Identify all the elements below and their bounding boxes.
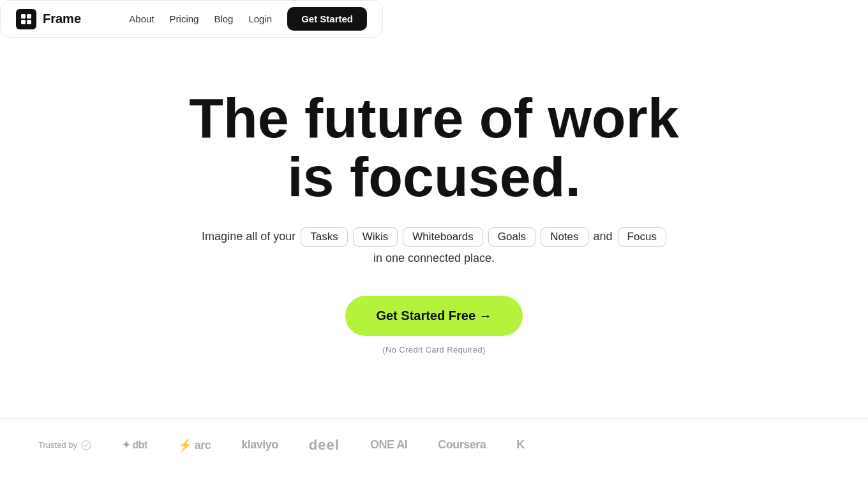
- cta-note: (No Credit Card Required): [382, 345, 485, 355]
- hero-line1: The future of work: [189, 86, 679, 149]
- pill-whiteboards: Whiteboards: [403, 227, 483, 247]
- trusted-logos: ✦ dbt ⚡ arc klaviyo deel ONE AI Coursera…: [122, 437, 525, 454]
- hero-line2: is focused.: [287, 145, 581, 208]
- pill-focus: Focus: [618, 227, 666, 247]
- pill-tasks: Tasks: [301, 227, 347, 247]
- svg-rect-3: [27, 20, 31, 24]
- trusted-icon: [81, 440, 91, 450]
- nav-link-login[interactable]: Login: [248, 13, 272, 24]
- get-started-free-button[interactable]: Get Started Free →: [345, 296, 522, 336]
- hero-section: The future of work is focused. Imagine a…: [0, 38, 868, 418]
- nav-links: About Pricing Blog Login Get Started: [129, 7, 367, 31]
- trusted-section: Trusted by ✦ dbt ⚡ arc klaviyo deel ONE …: [0, 418, 868, 471]
- logo-icon: [16, 9, 36, 29]
- brand-arc: ⚡ arc: [178, 438, 211, 452]
- get-started-nav-button[interactable]: Get Started: [287, 7, 367, 31]
- hero-heading: The future of work is focused.: [189, 89, 679, 207]
- brand-coursera: Coursera: [438, 438, 486, 452]
- subtext-and: and: [594, 230, 613, 243]
- nav-link-blog[interactable]: Blog: [214, 13, 233, 24]
- nav-link-about[interactable]: About: [129, 13, 154, 24]
- navbar: Frame About Pricing Blog Login Get Start…: [0, 0, 868, 38]
- subtext-prefix: Imagine all of your: [202, 230, 296, 243]
- brand-deel: deel: [309, 437, 340, 454]
- hero-subtext: Imagine all of your Tasks Wikis Whiteboa…: [191, 227, 677, 265]
- logo[interactable]: Frame: [16, 9, 81, 29]
- svg-rect-2: [21, 20, 26, 24]
- trusted-label: Trusted by: [38, 440, 91, 450]
- svg-rect-1: [27, 14, 31, 19]
- nav-link-pricing[interactable]: Pricing: [170, 13, 199, 24]
- cta-section: Get Started Free → (No Credit Card Requi…: [345, 296, 522, 355]
- pill-goals: Goals: [488, 227, 535, 247]
- trusted-label-text: Trusted by: [38, 440, 77, 450]
- pill-wikis: Wikis: [353, 227, 398, 247]
- brand-dbt: ✦ dbt: [122, 439, 147, 451]
- logo-text: Frame: [43, 11, 81, 26]
- pill-notes: Notes: [541, 227, 588, 247]
- brand-klaviyo: klaviyo: [241, 438, 278, 452]
- svg-rect-0: [21, 14, 26, 19]
- subtext-suffix: in one connected place.: [373, 252, 495, 265]
- brand-k: K: [516, 438, 525, 452]
- brand-oneai: ONE AI: [370, 438, 407, 452]
